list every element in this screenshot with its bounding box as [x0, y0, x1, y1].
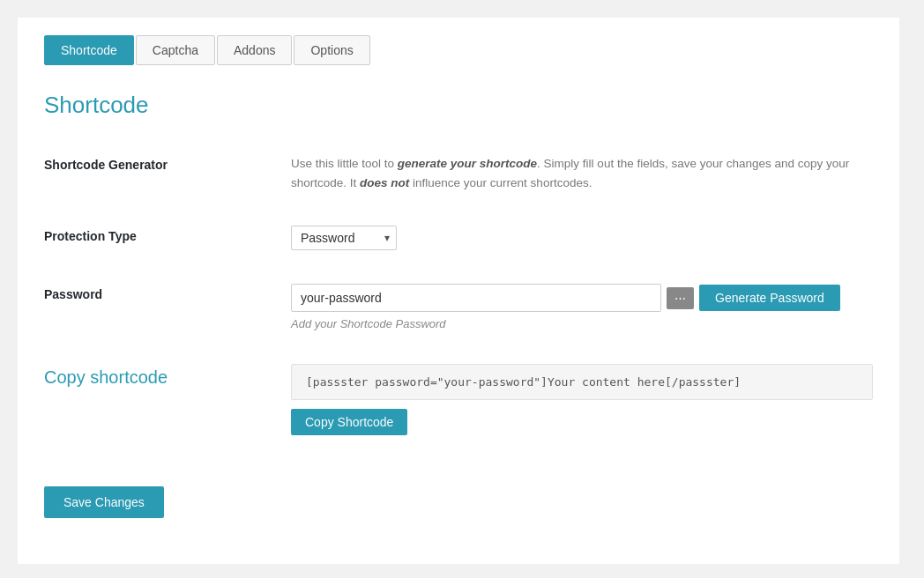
copy-shortcode-label: Copy shortcode: [44, 364, 291, 388]
description-text: Use this little tool to generate your sh…: [291, 154, 873, 192]
protection-type-content: Password Role User: [291, 226, 873, 250]
shortcode-display: [passster password="your-password"]Your …: [291, 364, 873, 400]
shortcode-generator-content: Use this little tool to generate your sh…: [291, 154, 873, 192]
protection-type-select[interactable]: Password Role User: [291, 226, 397, 250]
tab-addons[interactable]: Addons: [217, 35, 292, 65]
shortcode-generator-label: Shortcode Generator: [44, 154, 291, 172]
password-content: ⋯ Generate Password Add your Shortcode P…: [291, 284, 873, 330]
page-container: Shortcode Captcha Addons Options Shortco…: [18, 18, 899, 564]
shortcode-generator-row: Shortcode Generator Use this little tool…: [44, 145, 873, 192]
generate-password-button[interactable]: Generate Password: [699, 285, 840, 311]
desc-bold2: does not: [360, 176, 409, 189]
password-row: Password ⋯ Generate Password Add your Sh…: [44, 275, 873, 330]
dots-button[interactable]: ⋯: [667, 287, 694, 309]
copy-shortcode-row: Copy shortcode [passster password="your-…: [44, 355, 873, 435]
protection-type-label: Protection Type: [44, 226, 291, 243]
page-title: Shortcode: [44, 92, 873, 119]
password-label: Password: [44, 284, 291, 301]
password-input-row: ⋯ Generate Password: [291, 284, 873, 312]
desc-part3: influence your current shortcodes.: [409, 176, 592, 189]
password-input[interactable]: [291, 284, 661, 312]
tab-captcha[interactable]: Captcha: [136, 35, 215, 65]
desc-bold1: generate your shortcode: [398, 157, 537, 170]
password-hint: Add your Shortcode Password: [291, 317, 873, 330]
tabs-bar: Shortcode Captcha Addons Options: [44, 35, 873, 65]
protection-type-row: Protection Type Password Role User: [44, 217, 873, 250]
protection-type-select-wrapper: Password Role User: [291, 226, 397, 250]
copy-shortcode-button[interactable]: Copy Shortcode: [291, 409, 407, 435]
desc-part1: Use this little tool to: [291, 157, 398, 170]
copy-shortcode-content: [passster password="your-password"]Your …: [291, 364, 873, 435]
tab-options[interactable]: Options: [294, 35, 369, 65]
tab-shortcode[interactable]: Shortcode: [44, 35, 134, 65]
copy-shortcode-heading: Copy shortcode: [44, 362, 168, 387]
save-changes-button[interactable]: Save Changes: [44, 486, 164, 518]
